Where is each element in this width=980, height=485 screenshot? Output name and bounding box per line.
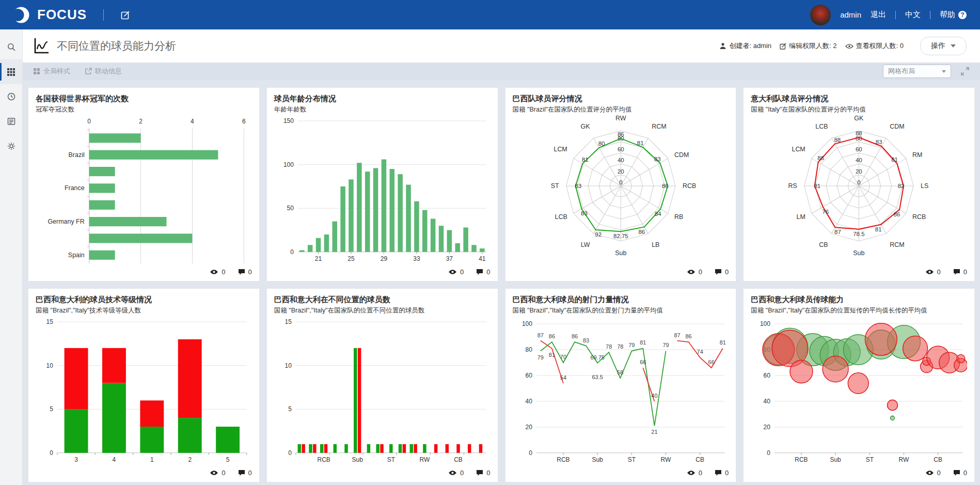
svg-text:82: 82 bbox=[898, 183, 905, 189]
svg-text:20: 20 bbox=[764, 424, 771, 431]
card-subtitle: 国籍 "Brazil","Italy"技术等级等级人数 bbox=[36, 306, 252, 315]
toolbar-right: 网格布局 bbox=[883, 65, 970, 78]
svg-text:0: 0 bbox=[290, 248, 294, 256]
card-title: 巴西队球员评分情况 bbox=[513, 94, 729, 104]
edit-dashboard-icon[interactable] bbox=[120, 10, 131, 20]
eye-outline-icon bbox=[845, 43, 853, 49]
creator-label: 创建者: admin bbox=[729, 41, 771, 51]
svg-text:66: 66 bbox=[708, 359, 714, 365]
user-avatar[interactable] bbox=[810, 5, 831, 25]
svg-text:Sub: Sub bbox=[853, 249, 865, 257]
comments-count: 0 bbox=[486, 268, 490, 276]
card-title: 意大利队球员评分情况 bbox=[751, 94, 967, 104]
dashboard-toolbar: 全局样式 联动信息 网格布局 bbox=[23, 62, 980, 80]
svg-text:86: 86 bbox=[685, 333, 691, 339]
svg-text:15: 15 bbox=[46, 318, 54, 325]
svg-text:5: 5 bbox=[50, 405, 53, 413]
card-title: 巴西和意大利球员传球能力 bbox=[751, 295, 967, 305]
action-button-label: 操作 bbox=[931, 41, 945, 51]
svg-text:54: 54 bbox=[560, 374, 566, 381]
comment-icon bbox=[953, 269, 960, 275]
eye-icon bbox=[925, 269, 934, 275]
svg-text:RS: RS bbox=[788, 182, 797, 190]
svg-text:LCB: LCB bbox=[816, 123, 828, 130]
chart-canvas[interactable]: 020406080RWRCMCDMRCBRBLBSubLWLCBSTLCMGK8… bbox=[513, 115, 729, 265]
views-counter[interactable]: 0 bbox=[448, 268, 464, 276]
svg-text:20: 20 bbox=[525, 424, 532, 431]
svg-text:40: 40 bbox=[525, 398, 532, 405]
chart-canvas[interactable]: 05101534125 bbox=[36, 316, 252, 466]
sidebar-item-search[interactable] bbox=[0, 35, 22, 59]
comments-counter[interactable]: 0 bbox=[953, 469, 967, 477]
navbar-separator bbox=[895, 11, 896, 19]
chart-card: 巴西和意大利在不同位置的球员数 国籍 "Brazil","Italy"在国家队的… bbox=[266, 288, 498, 482]
linkage-info-button[interactable]: 联动信息 bbox=[85, 67, 122, 76]
fullscreen-icon[interactable] bbox=[960, 67, 970, 76]
comments-counter[interactable]: 0 bbox=[715, 469, 729, 477]
chart-canvas[interactable]: 020406080GKCDMRMLSRCBRCMSubCBLMRSLCMLCB8… bbox=[751, 115, 967, 265]
views-counter[interactable]: 0 bbox=[448, 469, 464, 477]
comments-counter[interactable]: 0 bbox=[953, 268, 967, 276]
sidebar-item-history[interactable] bbox=[0, 84, 22, 109]
svg-text:0: 0 bbox=[50, 449, 53, 457]
svg-text:Sub: Sub bbox=[592, 456, 603, 463]
svg-text:RCB: RCB bbox=[683, 182, 696, 190]
svg-text:LCB: LCB bbox=[555, 213, 567, 221]
brand-logo[interactable]: FOCUS bbox=[11, 5, 87, 25]
username[interactable]: admin bbox=[840, 10, 861, 19]
views-counter[interactable]: 0 bbox=[925, 469, 941, 477]
svg-text:RW: RW bbox=[660, 456, 671, 463]
chart-card: 巴西队球员评分情况 国籍 "Brazil"在国家队的位置评分的平均值 02040… bbox=[505, 87, 737, 281]
svg-text:40: 40 bbox=[856, 157, 862, 163]
svg-text:81: 81 bbox=[814, 183, 821, 189]
svg-text:0: 0 bbox=[857, 179, 860, 185]
language-link[interactable]: 中文 bbox=[905, 10, 921, 20]
help-link[interactable]: 帮助 ? bbox=[940, 10, 967, 20]
card-subtitle: 国籍 "Brazil","Italy"在国家队的位置不同位置的球员数 bbox=[274, 306, 491, 315]
view-permission-label: 查看权限人数: 0 bbox=[856, 41, 904, 51]
svg-text:81: 81 bbox=[640, 339, 646, 346]
comments-counter[interactable]: 0 bbox=[238, 469, 252, 477]
chart-canvas[interactable]: 051015RCBSubSTRWCB bbox=[274, 316, 491, 466]
chevron-down-icon bbox=[951, 44, 956, 48]
views-counter[interactable]: 0 bbox=[925, 268, 941, 276]
svg-text:63.5: 63.5 bbox=[592, 374, 603, 380]
chart-canvas[interactable]: 0246BrazilFranceGermany FRSpain bbox=[36, 115, 252, 265]
svg-text:4: 4 bbox=[113, 456, 116, 463]
svg-text:ST: ST bbox=[627, 456, 636, 463]
comments-counter[interactable]: 0 bbox=[476, 268, 490, 276]
card-subtitle: 国籍 "Italy"在国家队的位置评分的平均值 bbox=[751, 105, 967, 114]
action-button[interactable]: 操作 bbox=[920, 37, 967, 55]
svg-text:2: 2 bbox=[139, 118, 143, 125]
linkage-icon bbox=[85, 68, 92, 75]
logout-link[interactable]: 退出 bbox=[871, 10, 886, 20]
views-counter[interactable]: 0 bbox=[687, 268, 702, 276]
comments-counter[interactable]: 0 bbox=[238, 268, 252, 276]
chart-canvas[interactable]: 020406080100RCBSubSTRWCB798670868369.757… bbox=[513, 316, 729, 466]
svg-text:ST: ST bbox=[387, 456, 395, 463]
svg-text:81: 81 bbox=[719, 339, 725, 346]
chart-canvas[interactable]: 020406080100RCBSubSTRWCB bbox=[751, 316, 967, 466]
comments-counter[interactable]: 0 bbox=[476, 469, 490, 477]
view-permission-meta: 查看权限人数: 0 bbox=[845, 41, 904, 51]
layout-select[interactable]: 网格布局 bbox=[883, 65, 951, 78]
views-counter[interactable]: 0 bbox=[210, 268, 225, 276]
sidebar-item-dashboards[interactable] bbox=[0, 59, 22, 84]
linkage-info-label: 联动信息 bbox=[95, 67, 122, 76]
sidebar-item-datalist[interactable] bbox=[0, 109, 22, 134]
comments-counter[interactable]: 0 bbox=[715, 268, 729, 276]
svg-text:0: 0 bbox=[87, 118, 91, 125]
person-icon bbox=[719, 42, 726, 50]
style-grid-icon bbox=[33, 68, 40, 75]
views-count: 0 bbox=[460, 268, 464, 276]
global-style-button[interactable]: 全局样式 bbox=[33, 67, 70, 76]
svg-text:150: 150 bbox=[283, 117, 294, 124]
svg-text:CB: CB bbox=[819, 241, 828, 248]
svg-text:83: 83 bbox=[575, 183, 581, 189]
svg-text:87: 87 bbox=[674, 332, 680, 338]
svg-text:LW: LW bbox=[580, 241, 590, 248]
views-counter[interactable]: 0 bbox=[687, 469, 702, 477]
views-counter[interactable]: 0 bbox=[210, 469, 225, 477]
chart-canvas[interactable]: 050100150212529333741 bbox=[274, 115, 491, 265]
sidebar-item-settings[interactable] bbox=[0, 134, 22, 159]
